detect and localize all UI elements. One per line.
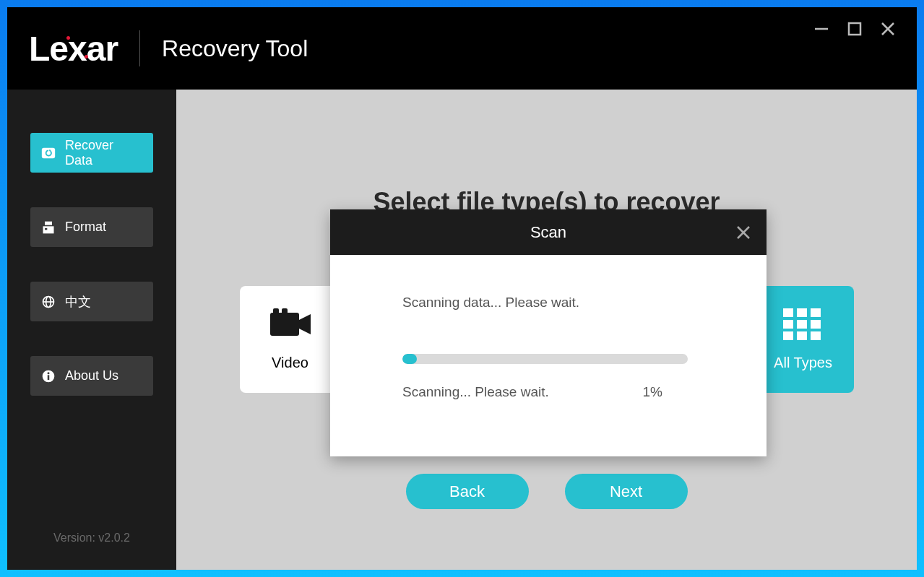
tile-label: Video (272, 355, 308, 371)
next-button[interactable]: Next (565, 474, 688, 509)
tile-all-types[interactable]: All Types (753, 286, 854, 393)
sidebar-item-label: Format (65, 220, 106, 235)
logo-divider (139, 30, 140, 66)
svg-rect-23 (783, 331, 793, 340)
svg-rect-7 (45, 227, 47, 230)
sidebar-item-label: 中文 (65, 293, 91, 311)
scan-status: Scanning... Please wait. (402, 384, 549, 400)
sidebar-item-label: Recover Data (65, 138, 143, 168)
action-buttons: Back Next (191, 474, 902, 509)
maximize-icon (847, 22, 862, 36)
sidebar: Recover Data Format 中文 About Us (7, 90, 176, 570)
scan-message: Scanning data... Please wait. (402, 295, 694, 311)
svg-rect-20 (783, 320, 793, 329)
svg-rect-13 (48, 375, 50, 380)
progress-status-row: Scanning... Please wait. 1% (402, 384, 662, 400)
modal-header: Scan (330, 209, 767, 255)
titlebar: Lexar Recovery Tool (7, 7, 917, 90)
svg-rect-4 (42, 147, 55, 158)
version-text: Version: v2.0.2 (7, 532, 176, 545)
svg-rect-14 (270, 313, 299, 336)
modal-close-button[interactable] (735, 224, 752, 241)
brand-logo-group: Lexar Recovery Tool (29, 29, 308, 69)
svg-rect-5 (45, 221, 52, 225)
svg-rect-18 (797, 308, 807, 317)
close-icon (880, 21, 896, 37)
close-button[interactable] (879, 20, 897, 38)
svg-rect-17 (783, 308, 793, 317)
svg-rect-25 (811, 331, 821, 340)
scan-percent: 1% (643, 384, 662, 400)
svg-rect-22 (811, 320, 821, 329)
maximize-button[interactable] (846, 20, 863, 38)
tile-video[interactable]: Video (240, 286, 341, 393)
scan-modal: Scan Scanning data... Please wait. Scann… (330, 209, 767, 456)
svg-rect-15 (273, 308, 279, 316)
svg-rect-16 (282, 308, 288, 316)
grid-icon (783, 308, 824, 340)
recover-icon (40, 145, 56, 161)
back-button[interactable]: Back (406, 474, 529, 509)
svg-rect-19 (811, 308, 821, 317)
format-icon (40, 220, 56, 235)
svg-rect-21 (797, 320, 807, 329)
window-controls (813, 20, 897, 38)
sidebar-item-recover-data[interactable]: Recover Data (30, 133, 153, 173)
sidebar-item-about-us[interactable]: About Us (30, 356, 153, 396)
progress-fill (402, 354, 417, 364)
globe-icon (40, 294, 56, 310)
svg-rect-1 (849, 23, 860, 35)
modal-body: Scanning data... Please wait. Scanning..… (330, 255, 767, 456)
close-icon (735, 224, 752, 241)
minimize-icon (813, 21, 829, 37)
video-icon (270, 308, 311, 340)
app-window: Lexar Recovery Tool Recover Data (7, 7, 917, 570)
svg-rect-24 (797, 331, 807, 340)
svg-point-12 (48, 372, 50, 374)
app-title: Recovery Tool (162, 35, 308, 62)
progress-bar (402, 354, 688, 364)
sidebar-item-format[interactable]: Format (30, 207, 153, 247)
svg-rect-6 (43, 226, 54, 233)
sidebar-item-language[interactable]: 中文 (30, 282, 153, 321)
info-icon (40, 368, 56, 384)
modal-title: Scan (530, 223, 566, 242)
minimize-button[interactable] (813, 20, 830, 38)
brand-logo: Lexar (29, 29, 118, 69)
sidebar-item-label: About Us (65, 368, 118, 383)
tile-label: All Types (774, 355, 832, 371)
